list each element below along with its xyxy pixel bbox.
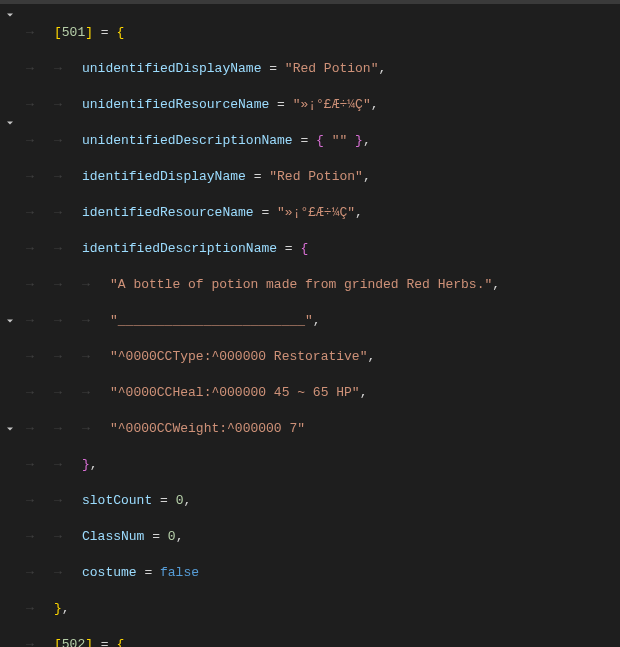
code-line[interactable]: → [502] = {	[26, 636, 620, 647]
code-line[interactable]: → → },	[26, 456, 620, 474]
code-line[interactable]: → → → "^0000CCType:^000000 Restorative",	[26, 348, 620, 366]
code-editor[interactable]: → [501] = { → → unidentifiedDisplayName …	[0, 4, 620, 647]
code-line[interactable]: → → unidentifiedDescriptionName = { "" }…	[26, 132, 620, 150]
code-content[interactable]: → [501] = { → → unidentifiedDisplayName …	[20, 4, 620, 647]
code-line[interactable]: → → unidentifiedResourceName = "»¡°£Æ÷¼Ç…	[26, 96, 620, 114]
code-line[interactable]: → },	[26, 600, 620, 618]
chevron-down-icon	[4, 9, 16, 21]
code-line[interactable]: → → → "A bottle of potion made from grin…	[26, 276, 620, 294]
code-line[interactable]: → → identifiedDescriptionName = {	[26, 240, 620, 258]
fold-chevron[interactable]	[0, 6, 20, 24]
chevron-down-icon	[4, 117, 16, 129]
chevron-down-icon	[4, 423, 16, 435]
fold-chevron[interactable]	[0, 420, 20, 438]
fold-gutter	[0, 4, 20, 647]
code-line[interactable]: → → → "________________________",	[26, 312, 620, 330]
code-line[interactable]: → → → "^0000CCWeight:^000000 7"	[26, 420, 620, 438]
code-line[interactable]: → → unidentifiedDisplayName = "Red Potio…	[26, 60, 620, 78]
code-line[interactable]: → → identifiedDisplayName = "Red Potion"…	[26, 168, 620, 186]
code-line[interactable]: → → ClassNum = 0,	[26, 528, 620, 546]
code-line[interactable]: → → identifiedResourceName = "»¡°£Æ÷¼Ç",	[26, 204, 620, 222]
fold-chevron[interactable]	[0, 312, 20, 330]
code-line[interactable]: → → slotCount = 0,	[26, 492, 620, 510]
code-line[interactable]: → → costume = false	[26, 564, 620, 582]
code-line[interactable]: → → → "^0000CCHeal:^000000 45 ~ 65 HP",	[26, 384, 620, 402]
chevron-down-icon	[4, 315, 16, 327]
code-line[interactable]: → [501] = {	[26, 24, 620, 42]
fold-chevron[interactable]	[0, 114, 20, 132]
